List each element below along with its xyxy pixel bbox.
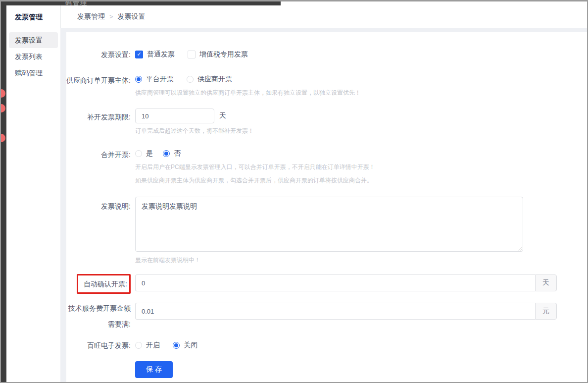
sidebar-item-invoice-list[interactable]: 发票列表: [9, 49, 58, 64]
reissue-period-controls: 天 订单完成后超过这个天数，将不能补开发票！: [135, 109, 567, 135]
radio-selected-icon[interactable]: [173, 342, 180, 349]
checkbox-vat-special-invoice[interactable]: 增值税专用发票: [188, 50, 248, 59]
tech-fee-input[interactable]: [135, 303, 535, 320]
breadcrumb: 发票管理 > 发票设置: [60, 5, 587, 28]
supplier-subject-label: 供应商订单开票主体:: [66, 75, 131, 97]
reissue-period-input[interactable]: [135, 109, 214, 123]
app-window: 码管理 发票管理 发票设置 发票列表 赋码管理 发票管理 > 发票设置 发票设置…: [0, 0, 588, 383]
auto-confirm-controls: 天: [135, 274, 567, 294]
radio-baiwang-off[interactable]: 关闭: [173, 341, 197, 350]
tech-fee-label-line2: 需要满:: [66, 316, 131, 332]
merge-invoice-help-2: 如果供应商开票主体为供应商开票，勾选合并开票后，供应商开票的订单将按供应商合并。: [135, 176, 567, 185]
radio-merge-no[interactable]: 否: [163, 149, 181, 158]
radio-platform-invoicing[interactable]: 平台开票: [135, 75, 174, 84]
form-row-baiwang: 百旺电子发票: 开启 关闭: [66, 340, 567, 350]
tech-fee-label: 技术服务费开票金额 需要满:: [66, 300, 131, 332]
radio-label: 关闭: [184, 341, 197, 350]
reissue-period-unit: 天: [219, 111, 226, 120]
left-edge-bar: [1, 1, 6, 382]
sidebar-menu: 发票设置 发票列表 赋码管理: [6, 28, 60, 81]
sidebar-title: 发票管理: [6, 5, 60, 28]
radio-merge-yes[interactable]: 是: [135, 149, 153, 158]
auto-confirm-input[interactable]: [135, 274, 535, 291]
merge-invoice-controls: 是 否 开启后用户在PC端显示发票管理入口，可以合并订单开票，不开启只能在订单详…: [135, 149, 567, 185]
radio-supplier-invoicing[interactable]: 供应商开票: [187, 75, 232, 84]
red-annotation-box: 自动确认开票:: [77, 274, 131, 294]
radio-unselected-icon[interactable]: [187, 76, 194, 83]
form-row-merge-invoice: 合并开票: 是 否 开启后用户在PC端显示发票管理: [66, 149, 567, 185]
baiwang-label: 百旺电子发票:: [66, 340, 131, 350]
radio-selected-icon[interactable]: [135, 76, 142, 83]
radio-label: 平台开票: [146, 75, 174, 84]
invoice-desc-controls: 发票说明发票说明 显示在前端发票说明中！: [135, 197, 567, 265]
breadcrumb-item-invoice-settings[interactable]: 发票设置: [118, 12, 146, 21]
form-row-invoice-desc: 发票说明: 发票说明发票说明 显示在前端发票说明中！: [66, 197, 567, 265]
merge-invoice-label: 合并开票:: [66, 149, 131, 185]
baiwang-options: 开启 关闭: [135, 340, 567, 350]
radio-unselected-icon[interactable]: [135, 150, 142, 157]
merge-invoice-options: 是 否: [135, 149, 567, 158]
radio-selected-icon[interactable]: [163, 150, 170, 157]
main-area: 发票管理 > 发票设置 发票设置: ✓ 普通发票 增值税专用发票: [60, 5, 587, 382]
save-button[interactable]: 保 存: [135, 361, 173, 378]
invoice-desc-label: 发票说明:: [66, 197, 131, 265]
sidebar-item-invoice-settings[interactable]: 发票设置: [9, 32, 58, 48]
top-clipped-text: 码管理: [65, 1, 88, 5]
radio-label: 是: [146, 149, 153, 158]
merge-invoice-help-1: 开启后用户在PC端显示发票管理入口，可以合并订单开票，不开启只能在订单详情中开票…: [135, 163, 567, 171]
invoice-setting-label: 发票设置:: [66, 49, 131, 59]
auto-confirm-unit: 天: [535, 274, 557, 291]
form-row-auto-confirm: 自动确认开票: 天: [66, 274, 567, 294]
supplier-subject-help: 供应商管理可以设置独立的供应商订单开票主体，如果有独立设置，以独立设置优先！: [135, 89, 567, 97]
breadcrumb-item-invoice-management[interactable]: 发票管理: [77, 12, 105, 21]
sidebar-item-code-management[interactable]: 赋码管理: [9, 65, 58, 81]
content-background: 发票设置: ✓ 普通发票 增值税专用发票 供应商订单开票主体:: [60, 28, 587, 382]
checkbox-unchecked-icon[interactable]: [188, 51, 196, 58]
notification-badge: [0, 134, 5, 142]
reissue-period-label: 补开发票期限:: [66, 109, 131, 135]
notification-badge: [0, 104, 5, 112]
tech-fee-controls: 元: [135, 303, 567, 332]
supplier-subject-controls: 平台开票 供应商开票 供应商管理可以设置独立的供应商订单开票主体，如果有独立设置…: [135, 75, 567, 97]
form-row-reissue-period: 补开发票期限: 天 订单完成后超过这个天数，将不能补开发票！: [66, 109, 567, 135]
supplier-subject-options: 平台开票 供应商开票: [135, 75, 567, 84]
settings-card: 发票设置: ✓ 普通发票 增值税专用发票 供应商订单开票主体:: [66, 32, 587, 382]
checkbox-label: 普通发票: [147, 50, 175, 59]
tech-fee-label-line1: 技术服务费开票金额: [66, 300, 131, 316]
invoice-desc-textarea[interactable]: 发票说明发票说明: [135, 197, 523, 252]
top-clipped-bar: 码管理: [1, 1, 281, 5]
checkbox-checked-icon[interactable]: ✓: [135, 51, 143, 58]
invoice-desc-help: 显示在前端发票说明中！: [135, 256, 567, 265]
radio-unselected-icon[interactable]: [135, 342, 142, 349]
form-row-invoice-setting: 发票设置: ✓ 普通发票 增值税专用发票: [66, 49, 567, 59]
radio-label: 否: [174, 149, 181, 158]
sidebar: 发票管理 发票设置 发票列表 赋码管理: [6, 5, 60, 382]
radio-baiwang-on[interactable]: 开启: [135, 341, 160, 350]
radio-label: 供应商开票: [197, 75, 232, 84]
reissue-period-help: 订单完成后超过这个天数，将不能补开发票！: [135, 127, 567, 135]
form-row-tech-fee: 技术服务费开票金额 需要满: 元: [66, 303, 567, 332]
tech-fee-unit: 元: [535, 303, 557, 320]
breadcrumb-separator-icon: >: [109, 13, 113, 20]
invoice-setting-options: ✓ 普通发票 增值税专用发票: [135, 49, 567, 59]
radio-label: 开启: [146, 341, 160, 350]
notification-badge: [0, 89, 5, 98]
form-row-save: 保 存: [66, 361, 567, 378]
checkbox-label: 增值税专用发票: [199, 50, 248, 59]
checkbox-ordinary-invoice[interactable]: ✓ 普通发票: [135, 50, 175, 59]
form-row-supplier-subject: 供应商订单开票主体: 平台开票 供应商开票 供应商: [66, 75, 567, 97]
auto-confirm-label: 自动确认开票:: [84, 280, 127, 288]
auto-confirm-label-cell: 自动确认开票:: [66, 274, 131, 294]
